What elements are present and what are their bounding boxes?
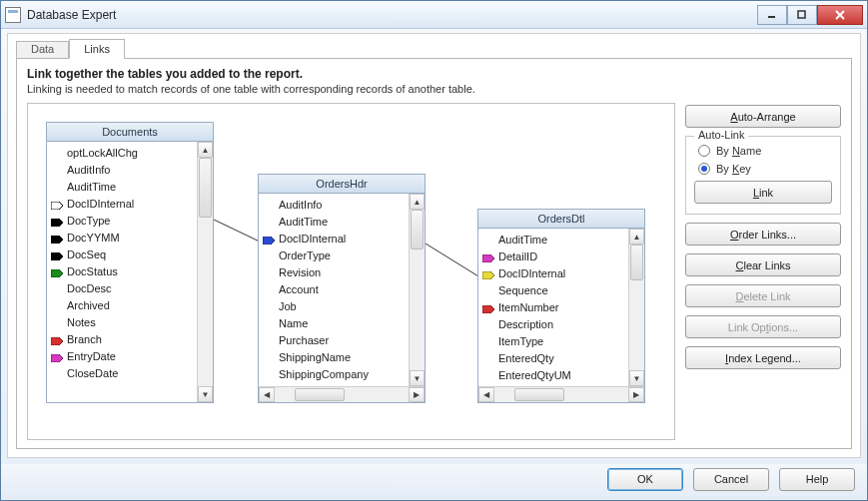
- horizontal-scrollbar[interactable]: ◀▶: [259, 386, 425, 402]
- dialog-footer: OK Cancel Help: [1, 464, 867, 500]
- radio-by-key[interactable]: By Key: [694, 163, 832, 175]
- field-row[interactable]: EnteredQty: [478, 349, 628, 366]
- blank-tag-icon: [51, 369, 63, 377]
- field-row[interactable]: Branch: [47, 330, 197, 347]
- field-row[interactable]: AuditInfo: [259, 196, 409, 213]
- field-row[interactable]: ShippingName: [259, 348, 409, 365]
- magenta-tag-icon: [51, 352, 63, 360]
- field-row[interactable]: DocIDInternal: [478, 264, 628, 281]
- order-links-button[interactable]: Order Links...: [685, 223, 841, 246]
- field-row[interactable]: EnteredQtyUM: [478, 366, 628, 383]
- scroll-down-icon[interactable]: ▼: [198, 386, 213, 402]
- field-label: AuditTime: [67, 181, 116, 193]
- scroll-up-icon[interactable]: ▲: [198, 142, 213, 158]
- field-row[interactable]: DocSeq: [47, 246, 197, 262]
- help-button[interactable]: Help: [779, 468, 855, 491]
- field-row[interactable]: ShippingCompany: [259, 365, 409, 382]
- field-row[interactable]: Description: [478, 315, 628, 332]
- field-row[interactable]: DocIDInternal: [259, 230, 409, 247]
- scroll-thumb[interactable]: [630, 245, 643, 280]
- scroll-thumb[interactable]: [514, 388, 564, 401]
- titlebar[interactable]: Database Expert: [1, 1, 867, 29]
- scroll-down-icon[interactable]: ▼: [629, 370, 644, 386]
- field-row[interactable]: AuditInfo: [47, 161, 197, 178]
- field-row[interactable]: Sequence: [478, 281, 628, 298]
- minimize-button[interactable]: [757, 5, 787, 25]
- field-row[interactable]: Archived: [47, 296, 197, 313]
- radio-by-name-input[interactable]: [698, 145, 710, 157]
- field-row[interactable]: Name: [259, 314, 409, 331]
- scroll-thumb[interactable]: [411, 210, 424, 250]
- scroll-track[interactable]: [198, 158, 213, 386]
- field-row[interactable]: CloseDate: [47, 364, 197, 381]
- tab-links[interactable]: Links: [69, 39, 125, 59]
- scroll-track[interactable]: [410, 210, 425, 370]
- table-body: AuditTimeDetailIDDocIDInternalSequenceIt…: [478, 229, 644, 386]
- ok-button[interactable]: OK: [607, 468, 683, 491]
- svg-marker-16: [482, 305, 494, 313]
- field-row[interactable]: DocStatus: [47, 262, 197, 279]
- scroll-track[interactable]: [275, 387, 409, 402]
- link-canvas[interactable]: DocumentsoptLockAllChgAuditInfoAuditTime…: [27, 103, 675, 440]
- radio-by-name[interactable]: By Name: [694, 145, 832, 157]
- scroll-right-icon[interactable]: ▶: [409, 387, 425, 402]
- table-title[interactable]: OrdersHdr: [259, 175, 425, 194]
- field-row[interactable]: OrderType: [259, 247, 409, 263]
- field-row[interactable]: EntryDate: [47, 347, 197, 364]
- field-row[interactable]: AuditTime: [259, 213, 409, 230]
- field-row[interactable]: ItemType: [478, 332, 628, 349]
- tab-data[interactable]: Data: [16, 41, 69, 59]
- field-row[interactable]: ItemNumber: [478, 298, 628, 315]
- field-row[interactable]: DetailID: [478, 248, 628, 264]
- clear-links-button[interactable]: Clear Links: [685, 253, 841, 276]
- svg-marker-8: [51, 236, 63, 244]
- table-title[interactable]: Documents: [47, 123, 213, 142]
- field-row[interactable]: Revision: [259, 263, 409, 280]
- vertical-scrollbar[interactable]: ▲▼: [197, 142, 213, 402]
- close-icon: [834, 9, 846, 21]
- vertical-scrollbar[interactable]: ▲▼: [628, 229, 644, 386]
- field-row[interactable]: DocIDInternal: [47, 195, 197, 212]
- table-title[interactable]: OrdersDtl: [478, 210, 644, 229]
- scroll-right-icon[interactable]: ▶: [628, 387, 644, 402]
- field-label: EntryDate: [67, 350, 116, 362]
- scroll-up-icon[interactable]: ▲: [629, 229, 644, 245]
- field-row[interactable]: Notes: [47, 313, 197, 330]
- scroll-left-icon[interactable]: ◀: [478, 387, 494, 402]
- scroll-track[interactable]: [629, 245, 644, 370]
- maximize-icon: [797, 10, 807, 20]
- field-row[interactable]: optLockAllChg: [47, 144, 197, 161]
- close-button[interactable]: [817, 5, 863, 25]
- scroll-down-icon[interactable]: ▼: [410, 370, 425, 386]
- field-row[interactable]: DocYYMM: [47, 229, 197, 246]
- magenta-tag-icon: [482, 252, 494, 260]
- field-row[interactable]: AuditTime: [47, 178, 197, 195]
- radio-by-key-input[interactable]: [698, 163, 710, 175]
- field-row[interactable]: DocType: [47, 212, 197, 229]
- maximize-button[interactable]: [787, 5, 817, 25]
- blank-tag-icon: [482, 286, 494, 294]
- scroll-track[interactable]: [494, 387, 628, 402]
- table-documents[interactable]: DocumentsoptLockAllChgAuditInfoAuditTime…: [46, 122, 214, 403]
- svg-marker-10: [51, 269, 63, 277]
- cancel-button[interactable]: Cancel: [693, 468, 769, 491]
- index-legend-button[interactable]: Index Legend...: [685, 346, 841, 369]
- app-icon: [5, 7, 21, 23]
- horizontal-scrollbar[interactable]: ◀▶: [478, 386, 644, 402]
- vertical-scrollbar[interactable]: ▲▼: [409, 194, 425, 386]
- field-row[interactable]: Account: [259, 280, 409, 297]
- table-ordershdr[interactable]: OrdersHdrAuditInfoAuditTimeDocIDInternal…: [258, 174, 426, 403]
- field-row[interactable]: AuditTime: [478, 231, 628, 248]
- scroll-up-icon[interactable]: ▲: [410, 194, 425, 210]
- scroll-thumb[interactable]: [199, 158, 212, 218]
- table-ordersdtl[interactable]: OrdersDtlAuditTimeDetailIDDocIDInternalS…: [477, 209, 645, 403]
- link-button[interactable]: Link: [694, 181, 832, 204]
- auto-arrange-button[interactable]: Auto-Arrange: [685, 105, 841, 128]
- field-row[interactable]: Purchaser: [259, 331, 409, 348]
- blank-tag-icon: [263, 302, 275, 310]
- table-body: AuditInfoAuditTimeDocIDInternalOrderType…: [259, 194, 425, 386]
- scroll-thumb[interactable]: [295, 388, 345, 401]
- scroll-left-icon[interactable]: ◀: [259, 387, 275, 402]
- field-row[interactable]: Job: [259, 297, 409, 314]
- field-row[interactable]: DocDesc: [47, 279, 197, 296]
